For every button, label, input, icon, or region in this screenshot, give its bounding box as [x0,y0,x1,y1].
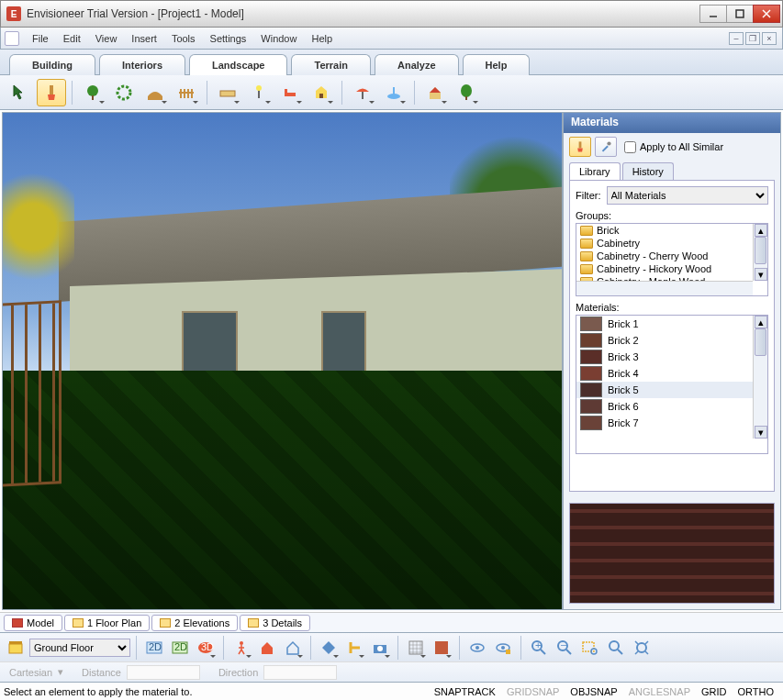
materials-panel-body: Filter: All Materials Groups: Brick Cabi… [569,180,775,492]
svg-point-22 [461,84,472,97]
toggle-grid[interactable]: GRID [696,686,733,697]
scrollbar-thumb[interactable] [755,328,766,356]
tree-tool[interactable] [452,79,481,106]
group-item[interactable]: Brick [576,224,767,237]
scroll-down-icon[interactable]: ▾ [755,268,767,281]
menu-view[interactable]: View [88,30,125,47]
group-item[interactable]: Cabinetry [576,237,767,250]
toggle-snaptrack[interactable]: SNAPTRACK [429,686,501,697]
toggle-objsnap[interactable]: OBJSNAP [565,686,622,697]
group-item[interactable]: Cabinetry - Cherry Wood [576,250,767,262]
groups-list[interactable]: Brick Cabinetry Cabinetry - Cherry Wood … [576,223,768,296]
materials-list[interactable]: Brick 1 Brick 2 Brick 3 Brick 4 Brick 5 … [576,315,768,454]
menu-edit[interactable]: Edit [56,30,88,47]
view-3d-button[interactable]: 3D [194,636,218,660]
menu-help[interactable]: Help [304,30,340,47]
scrollbar-thumb[interactable] [755,237,766,264]
view-tab-model[interactable]: Model [4,615,62,631]
mdi-minimize-button[interactable]: – [729,32,744,45]
material-item[interactable]: Brick 5 [576,382,767,398]
menu-tools[interactable]: Tools [164,30,203,47]
floor-icon[interactable] [4,636,28,660]
view-2d-designer-button[interactable]: 2D [168,636,192,660]
toggle-gridsnap[interactable]: GRIDSNAP [501,686,565,697]
scroll-up-icon[interactable]: ▴ [755,224,767,237]
tab-landscape[interactable]: Landscape [189,54,287,75]
close-button[interactable] [753,5,780,23]
plant-tool[interactable] [78,79,107,106]
menu-file[interactable]: File [25,30,56,47]
minimize-button[interactable] [699,5,727,23]
view-tabs: Model 1 Floor Plan 2 Elevations 3 Detail… [0,612,783,632]
history-tab[interactable]: History [622,162,674,180]
material-item[interactable]: Brick 7 [576,415,767,431]
view-tab-elevations[interactable]: 2 Elevations [151,615,238,631]
floor-selector[interactable]: Ground Floor [29,639,130,657]
filter-select[interactable]: All Materials [607,186,769,205]
eye-button[interactable] [465,636,489,660]
apply-material-button[interactable] [569,137,591,157]
mdi-restore-button[interactable]: ❐ [745,32,760,45]
view-tab-details[interactable]: 3 Details [240,615,310,631]
orbit-button[interactable] [281,636,305,660]
fence-tool[interactable] [172,79,201,106]
direction-input[interactable] [263,665,337,680]
material-item[interactable]: Brick 1 [576,316,767,332]
library-tab[interactable]: Library [569,162,621,180]
menu-settings[interactable]: Settings [203,30,254,47]
umbrella-tool[interactable] [348,79,377,106]
accessory-tool[interactable] [307,79,336,106]
distance-input[interactable] [127,665,200,680]
scrollbar-vertical[interactable]: ▴▾ [753,316,767,439]
display-mode-button[interactable] [317,636,341,660]
zoom-extents-button[interactable] [630,636,654,660]
tab-building[interactable]: Building [9,54,95,75]
viewport-3d[interactable] [2,112,563,610]
material-item[interactable]: Brick 2 [576,332,767,349]
view-filter-button[interactable] [491,636,515,660]
irrigation-tool[interactable] [109,79,139,106]
water-feature-tool[interactable] [379,79,408,106]
zoom-in-button[interactable]: + [527,636,551,660]
paintbrush-tool[interactable] [37,79,66,106]
camera-button[interactable] [368,636,392,660]
eyedropper-button[interactable] [595,137,617,157]
scrollbar-horizontal[interactable] [576,281,753,295]
tab-interiors[interactable]: Interiors [99,54,185,75]
edging-tool[interactable] [140,79,170,106]
scroll-down-icon[interactable]: ▾ [755,426,767,439]
svg-line-53 [618,650,622,654]
mdi-close-button[interactable]: × [762,32,777,45]
zoom-realtime-button[interactable] [604,636,628,660]
zoom-out-button[interactable]: – [553,636,576,660]
zoom-window-button[interactable] [578,636,602,660]
menu-insert[interactable]: Insert [124,30,164,47]
trim-button[interactable] [342,636,366,660]
maximize-button[interactable] [726,5,754,23]
deck-tool[interactable] [213,79,242,106]
hatch-button[interactable] [404,636,428,660]
toggle-ortho[interactable]: ORTHO [732,686,779,697]
walk-button[interactable] [229,636,253,660]
material-item[interactable]: Brick 3 [576,349,767,365]
material-item[interactable]: Brick 6 [576,398,767,415]
scrollbar-vertical[interactable]: ▴▾ [753,224,767,281]
tab-analyze[interactable]: Analyze [375,54,459,75]
select-tool[interactable] [6,79,35,106]
material-item[interactable]: Brick 4 [576,365,767,382]
tab-terrain[interactable]: Terrain [291,54,370,75]
texture-button[interactable] [430,636,453,660]
apply-all-checkbox[interactable] [624,141,636,153]
structure-tool[interactable] [420,79,450,106]
lighting-tool[interactable] [244,79,274,106]
furniture-tool[interactable] [275,79,305,106]
home-view-button[interactable] [255,636,279,660]
coord-mode[interactable]: Cartesian ▾ [9,666,63,678]
toggle-anglesnap[interactable]: ANGLESNAP [623,686,696,697]
tab-help[interactable]: Help [463,54,531,75]
view-tab-floorplan[interactable]: 1 Floor Plan [64,615,150,631]
view-2d-button[interactable]: 2D [142,636,166,660]
group-item[interactable]: Cabinetry - Hickory Wood [576,262,767,275]
menu-window[interactable]: Window [253,30,304,47]
scroll-up-icon[interactable]: ▴ [755,316,767,328]
